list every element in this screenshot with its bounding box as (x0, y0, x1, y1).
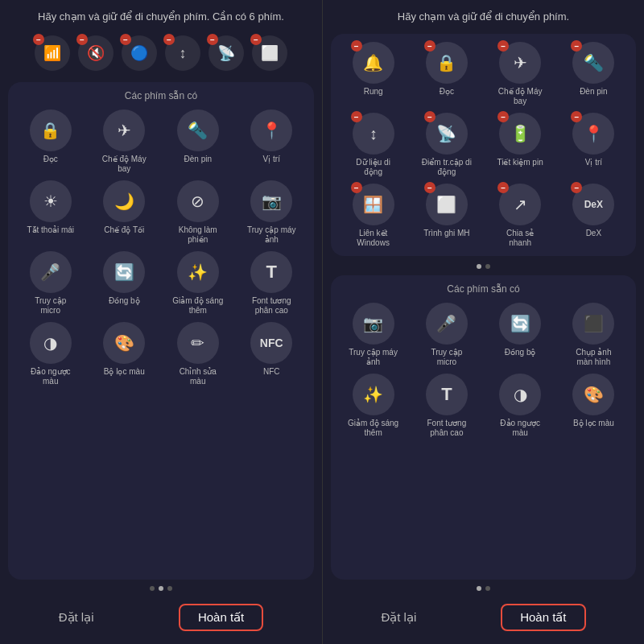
dnd-label: Không làm phiền (172, 225, 224, 245)
active-key-mobile-data[interactable]: − ↕ Dữ liệu di động (339, 113, 407, 177)
rung-icon: − 🔔 (353, 42, 394, 84)
micro-icon-r: 🎤 (426, 303, 468, 345)
key-colorfilter-r[interactable]: 🎨 Bộ lọc màu (559, 374, 628, 438)
dots-available (477, 586, 490, 591)
key-screenshot[interactable]: ⬛ Chụp ảnh màn hình (559, 303, 628, 367)
active-key-airplane[interactable]: − ✈ Chế độ Máy bay (486, 42, 555, 106)
key-invert-r[interactable]: ◑ Đảo ngược màu (486, 374, 555, 438)
quick-toggles-row: − 📶 − 🔇 − 🔵 − ↕ − 📡 − ⬜ (0, 31, 322, 79)
camera-icon-r: 📷 (353, 303, 394, 345)
key-colorfilter[interactable]: 🎨 Bộ lọc màu (90, 322, 159, 386)
reset-button-left[interactable]: Đặt lại (59, 610, 94, 625)
dex-label: DeX (586, 229, 601, 238)
minus-badge: − (571, 40, 582, 52)
key-micro[interactable]: 🎤 Truy cập micro (16, 251, 85, 316)
invert-icon: ◑ (30, 322, 72, 364)
key-camera-r[interactable]: 📷 Truy cập máy ảnh (339, 303, 407, 367)
key-brightness[interactable]: ✨ Giảm độ sáng thêm (163, 251, 233, 316)
doc-icon: 🔒 (30, 109, 72, 151)
comfort-icon: ☀ (30, 180, 72, 222)
key-airplane[interactable]: ✈ Chế độ Máy bay (90, 109, 159, 174)
key-invert[interactable]: ◑ Đảo ngược màu (16, 322, 85, 386)
active-key-location[interactable]: − 📍 Vị trí (559, 113, 628, 177)
left-instruction: Hãy chạm và giữ để di chuyển phím. Cần c… (22, 0, 300, 31)
bottom-bar-right: Đặt lại Hoàn tất (323, 594, 644, 644)
nfc-icon: NFC (250, 322, 292, 364)
active-key-rung[interactable]: − 🔔 Rung (339, 42, 407, 106)
reset-button-right[interactable]: Đặt lại (381, 610, 416, 625)
minus-badge: − (497, 182, 509, 193)
active-key-battery[interactable]: − 🔋 Tiết kiệm pin (486, 113, 555, 177)
toggle-rss[interactable]: − 📡 (208, 35, 244, 71)
key-sync-r[interactable]: 🔄 Đồng bộ (486, 303, 555, 367)
font-icon-r: T (426, 374, 468, 415)
key-flashlight[interactable]: 🔦 Đèn pin (163, 109, 233, 174)
rss-icon: 📡 (217, 44, 235, 62)
key-nfc[interactable]: NFC NFC (237, 322, 307, 386)
sync-label: Đồng bộ (109, 296, 140, 306)
font-label-r: Font tương phân cao (421, 419, 473, 438)
active-key-recorder[interactable]: − ⬜ Trình ghi MH (412, 184, 481, 248)
toggle-mute[interactable]: − 🔇 (78, 35, 114, 71)
colorfilter-icon-r: 🎨 (572, 374, 614, 415)
location-icon: 📍 (250, 109, 292, 151)
key-brightness-r[interactable]: ✨ Giảm độ sáng thêm (339, 374, 407, 438)
toggle-wifi[interactable]: − 📶 (35, 35, 70, 71)
minus-badge: − (351, 111, 362, 122)
dex-icon: − DeX (572, 184, 614, 225)
done-button-left[interactable]: Hoàn tất (179, 604, 263, 631)
recorder-label: Trình ghi MH (423, 229, 469, 238)
data-icon: ↕ (180, 45, 187, 62)
key-dark[interactable]: 🌙 Chế độ Tối (90, 180, 159, 245)
hotspot-label: Điểm tr.cập di động (421, 158, 473, 177)
active-key-flashlight[interactable]: − 🔦 Đèn pin (559, 42, 628, 106)
minus-badge: − (163, 34, 175, 45)
sync-label-r: Đồng bộ (505, 348, 536, 357)
camera-label: Truy cập máy ảnh (246, 225, 297, 245)
mobile-data-icon: − ↕ (353, 113, 394, 155)
dot-2 (159, 586, 163, 591)
active-key-hotspot[interactable]: − 📡 Điểm tr.cập di động (412, 113, 481, 177)
key-dnd[interactable]: ⊘ Không làm phiền (163, 180, 233, 245)
rung-label: Rung (364, 87, 383, 97)
dnd-icon: ⊘ (177, 180, 219, 222)
key-edit-color[interactable]: ✏ Chỉnh sửa màu (163, 322, 233, 386)
dark-label: Chế độ Tối (104, 225, 144, 235)
dark-icon: 🌙 (103, 180, 145, 222)
minus-badge: − (207, 34, 218, 45)
doc-label-r: Đọc (440, 87, 454, 97)
active-keys-grid: − 🔔 Rung − 🔒 Đọc − ✈ Chế độ Máy bay (339, 42, 628, 248)
active-keys-section: − 🔔 Rung − 🔒 Đọc − ✈ Chế độ Máy bay (331, 34, 636, 256)
toggle-bluetooth[interactable]: − 🔵 (122, 35, 157, 71)
brightness-icon-r: ✨ (353, 374, 394, 415)
minus-badge: − (571, 182, 582, 193)
key-font-r[interactable]: T Font tương phân cao (412, 374, 481, 438)
key-micro-r[interactable]: 🎤 Truy cập micro (412, 303, 481, 367)
toggle-screen[interactable]: − ⬜ (252, 35, 287, 71)
dot-a1 (477, 264, 481, 269)
active-key-doc[interactable]: − 🔒 Đọc (412, 42, 481, 106)
toggle-data[interactable]: − ↕ (165, 35, 200, 71)
brightness-label-r: Giảm độ sáng thêm (348, 419, 399, 438)
key-font[interactable]: T Font tương phân cao (237, 251, 307, 316)
left-panel: Hãy chạm và giữ để di chuyển phím. Cần c… (0, 0, 322, 644)
colorfilter-label-r: Bộ lọc màu (573, 419, 614, 428)
font-label: Font tương phân cao (246, 296, 297, 316)
brightness-label: Giảm độ sáng thêm (172, 296, 224, 316)
font-icon: T (250, 251, 292, 293)
active-key-share[interactable]: − ↗ Chia sẻ nhanh (486, 184, 555, 248)
minus-badge: − (497, 111, 509, 122)
active-key-dex[interactable]: − DeX DeX (559, 184, 628, 248)
key-location[interactable]: 📍 Vị trí (237, 109, 307, 174)
done-button-right[interactable]: Hoàn tất (501, 604, 585, 631)
minus-badge: − (120, 34, 131, 45)
micro-label: Truy cập micro (25, 296, 76, 316)
keys-grid-left: 🔒 Đọc ✈ Chế độ Máy bay 🔦 Đèn pin 📍 Vị tr… (16, 109, 306, 386)
brightness-icon: ✨ (177, 251, 219, 293)
key-comfort[interactable]: ☀ Tắt thoải mái (16, 180, 85, 245)
mute-icon: 🔇 (87, 44, 105, 62)
key-sync[interactable]: 🔄 Đồng bộ (90, 251, 159, 316)
key-doc[interactable]: 🔒 Đọc (16, 109, 85, 174)
key-camera[interactable]: 📷 Truy cập máy ảnh (237, 180, 307, 245)
active-key-windows[interactable]: − 🪟 Liên kết Windows (339, 184, 407, 248)
